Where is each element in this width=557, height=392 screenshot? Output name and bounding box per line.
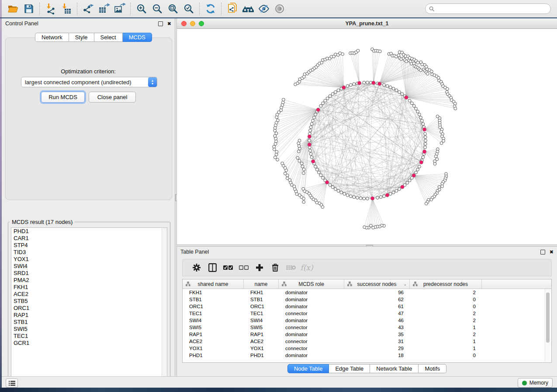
mcds-result-item[interactable]: FKH1 [11, 284, 167, 291]
close-panel-button[interactable]: Close panel [89, 92, 136, 103]
mcds-result-item[interactable]: TEC1 [11, 333, 167, 340]
close-panel-icon[interactable]: ✖ [167, 21, 171, 26]
column-header-label: shared name [197, 281, 228, 287]
export-table-icon[interactable] [96, 2, 112, 16]
mcds-result-item[interactable]: SWI5 [11, 326, 167, 333]
table-cell: 2 [410, 318, 482, 323]
table-cell: 62 [344, 297, 410, 302]
import-table-icon[interactable] [59, 2, 74, 16]
mcds-result-item[interactable]: STP4 [11, 242, 167, 249]
float-panel-icon[interactable] [158, 21, 163, 26]
float-panel-icon[interactable] [540, 250, 545, 254]
deselect-all-rows-icon[interactable] [236, 261, 252, 274]
tab-select[interactable]: Select [94, 33, 123, 42]
memory-button[interactable]: Memory [518, 378, 553, 388]
zoom-in-icon[interactable] [134, 2, 149, 16]
table-cell: 46 [344, 318, 410, 323]
column-header-successor-nodes[interactable]: successor nodes⌄ [344, 279, 410, 289]
mcds-list-scrollbar[interactable] [162, 228, 167, 382]
search-network-icon[interactable] [240, 2, 256, 16]
zoom-out-icon[interactable] [149, 2, 165, 16]
table-scrollbar-thumb[interactable] [546, 292, 550, 343]
column-type-icon [282, 282, 287, 288]
mcds-result-item[interactable]: RAP1 [11, 312, 167, 319]
mcds-result-item[interactable]: SWI4 [11, 263, 167, 270]
list-icon [9, 381, 15, 386]
table-row[interactable]: ACE2ACE2connector311 [183, 338, 551, 345]
mcds-result-item[interactable]: STB1 [11, 319, 167, 326]
search-input[interactable] [435, 4, 550, 13]
table-row[interactable]: SWI4SWI4dominator462 [183, 317, 551, 324]
tab-network-table[interactable]: Network Table [370, 364, 419, 373]
mcds-result-item[interactable]: CAR1 [11, 235, 167, 242]
show-columns-icon[interactable] [204, 261, 220, 274]
table-row[interactable]: STB1STB1dominator620 [183, 296, 551, 303]
table-mode-gear-icon[interactable] [189, 261, 204, 274]
mcds-result-item[interactable]: STB5 [11, 298, 167, 305]
sort-chevron-icon: ⌄ [403, 282, 407, 286]
table-row[interactable]: TEC1TEC1connector472 [183, 310, 551, 317]
close-panel-icon[interactable]: ✖ [550, 250, 554, 254]
mcds-result-item[interactable]: GCR1 [11, 340, 167, 347]
table-row[interactable]: ORC1ORC1dominator610 [183, 303, 551, 310]
export-image-icon[interactable] [112, 2, 128, 16]
dropdown-stepper-icon: ▲▼ [148, 77, 157, 87]
node-table[interactable]: shared namenameMCDS rolesuccessor nodes⌄… [182, 279, 552, 363]
mcds-result-item[interactable]: PMA2 [11, 277, 167, 284]
table-row[interactable]: PHD1PHD1dominator180 [183, 352, 551, 359]
table-panel: Table Panel ✖ [177, 247, 557, 375]
table-cell: STB1 [183, 297, 244, 302]
table-row[interactable]: FKH1FKH1dominator962 [183, 289, 551, 296]
toolbar-separator [39, 3, 40, 15]
mcds-result-item[interactable]: TID3 [11, 249, 167, 256]
table-row[interactable]: RAP1RAP1dominator352 [183, 331, 551, 338]
mcds-result-item[interactable]: ORC1 [11, 305, 167, 312]
column-header-MCDS-role[interactable]: MCDS role [279, 279, 344, 289]
network-canvas[interactable] [177, 29, 557, 244]
column-header-name[interactable]: name [244, 279, 279, 289]
dropdown-selected-value: largest connected component (undirected) [21, 79, 148, 86]
optimization-criterion-dropdown[interactable]: largest connected component (undirected)… [21, 77, 157, 87]
save-session-icon[interactable] [21, 2, 37, 16]
mcds-result-item[interactable]: SRD1 [11, 270, 167, 277]
mcds-result-list[interactable]: PHD1CAR1STP4TID3YOX1SWI4SRD1PMA2FKH1ACE2… [11, 227, 167, 382]
tab-motifs[interactable]: Motifs [419, 364, 446, 373]
select-all-rows-icon[interactable] [220, 261, 236, 274]
tab-node-table[interactable]: Node Table [287, 364, 329, 373]
clone-network-icon[interactable] [225, 2, 240, 16]
control-panel: Control Panel ✖ NetworkStyleSelectMCDS O… [2, 18, 175, 376]
mcds-result-item[interactable]: ACE2 [11, 291, 167, 298]
mcds-result-item[interactable]: PHD1 [11, 228, 167, 235]
import-network-icon[interactable] [43, 2, 59, 16]
open-file-icon[interactable] [5, 2, 21, 16]
tab-mcds[interactable]: MCDS [123, 33, 152, 42]
column-type-icon [186, 282, 190, 288]
refresh-icon[interactable] [203, 2, 218, 16]
tab-edge-table[interactable]: Edge Table [329, 364, 370, 373]
network-graph[interactable] [177, 29, 556, 244]
export-network-icon[interactable] [80, 2, 96, 16]
column-header-shared-name[interactable]: shared name [183, 279, 244, 289]
table-cell: dominator [279, 318, 344, 323]
network-search-field[interactable] [425, 3, 551, 14]
zoom-fit-icon[interactable] [165, 2, 181, 16]
task-history-button[interactable] [6, 378, 18, 388]
table-row[interactable]: YOX1YOX1connector291 [183, 345, 551, 352]
delete-columns-trash-icon[interactable] [267, 261, 283, 274]
tab-network[interactable]: Network [35, 33, 69, 42]
tab-style[interactable]: Style [69, 33, 94, 42]
mcds-result-item[interactable]: YOX1 [11, 256, 167, 263]
table-scrollbar[interactable] [545, 289, 551, 362]
mcds-result-title: MCDS result (17 nodes) [10, 219, 75, 225]
show-graphics-details-icon[interactable] [272, 2, 287, 16]
create-column-icon[interactable] [252, 261, 267, 274]
table-row[interactable]: SWI5SWI5connector431 [183, 324, 551, 331]
network-window-titlebar[interactable]: YPA_prune.txt_1 [177, 18, 557, 29]
zoom-selected-icon[interactable] [181, 2, 197, 16]
table-cell: PHD1 [183, 353, 244, 358]
table-cell: 31 [344, 339, 410, 344]
column-header-predecessor-nodes[interactable]: predecessor nodes [410, 279, 482, 289]
hide-graphics-details-icon[interactable] [256, 2, 272, 16]
toolbar-separator [199, 3, 200, 15]
run-mcds-button[interactable]: Run MCDS [41, 92, 85, 103]
